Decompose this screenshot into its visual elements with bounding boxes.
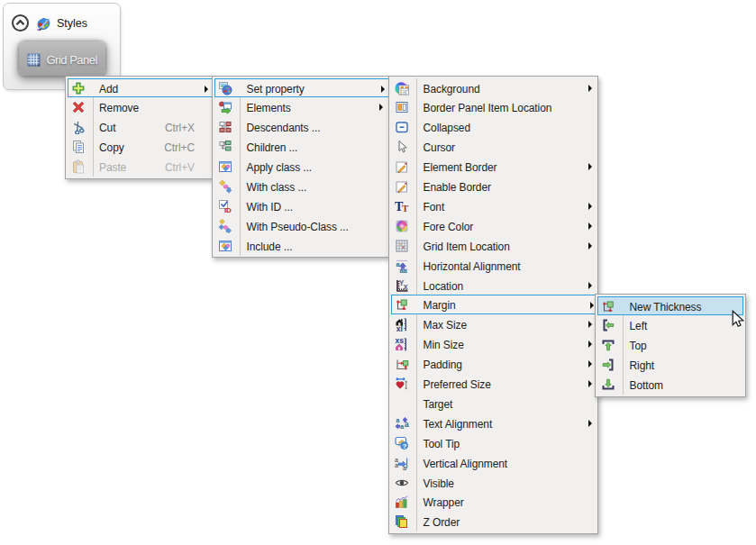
svg-text:aa: aa: [400, 267, 408, 273]
svg-text:a: a: [400, 423, 404, 430]
svg-text:a: a: [396, 417, 400, 423]
svg-text:a: a: [395, 462, 398, 468]
svg-text:?: ?: [403, 441, 407, 450]
svg-text:xl: xl: [396, 324, 403, 332]
svg-text:T: T: [402, 203, 409, 213]
svg-text:ID: ID: [224, 206, 232, 213]
svg-text:a: a: [405, 420, 409, 429]
svg-text:xs: xs: [396, 337, 405, 345]
svg-text:a: a: [403, 464, 406, 470]
svg-text:x: x: [404, 281, 408, 290]
